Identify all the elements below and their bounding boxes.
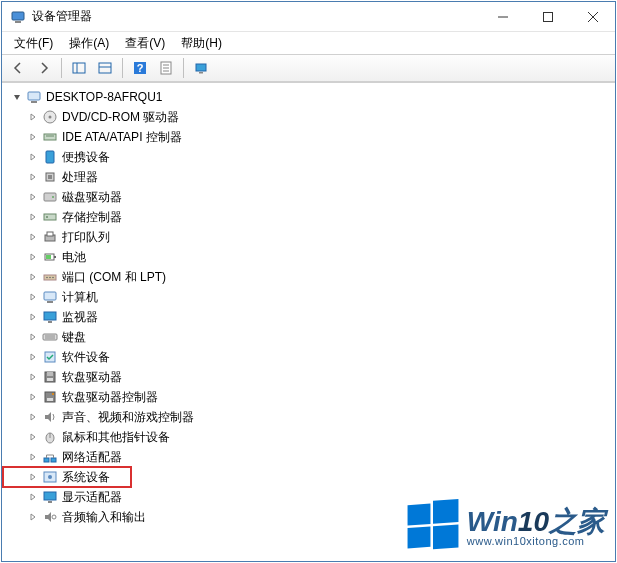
device-tree[interactable]: DESKTOP-8AFRQU1 DVD/CD-ROM 驱动器IDE ATA/AT… — [2, 82, 615, 561]
tree-category[interactable]: 便携设备 — [4, 147, 613, 167]
expand-icon[interactable] — [26, 350, 40, 364]
svg-rect-44 — [43, 334, 57, 340]
keyboard-icon — [42, 329, 58, 345]
category-label: 打印队列 — [62, 229, 110, 246]
svg-point-62 — [48, 475, 52, 479]
expand-icon[interactable] — [26, 270, 40, 284]
collapse-icon[interactable] — [10, 90, 24, 104]
floppy-ctrl-icon — [42, 389, 58, 405]
forward-button[interactable] — [32, 57, 56, 79]
expand-icon[interactable] — [26, 170, 40, 184]
expand-icon[interactable] — [26, 150, 40, 164]
tree-category[interactable]: 声音、视频和游戏控制器 — [4, 407, 613, 427]
maximize-button[interactable] — [525, 2, 570, 31]
svg-rect-22 — [44, 134, 56, 140]
expand-icon[interactable] — [26, 430, 40, 444]
show-hide-button[interactable] — [67, 57, 91, 79]
tree-category[interactable]: 监视器 — [4, 307, 613, 327]
category-label: 键盘 — [62, 329, 86, 346]
tree-category[interactable]: 软盘驱动器控制器 — [4, 387, 613, 407]
category-label: 计算机 — [62, 289, 98, 306]
expand-icon[interactable] — [26, 250, 40, 264]
expand-icon[interactable] — [26, 290, 40, 304]
menu-file[interactable]: 文件(F) — [6, 33, 61, 54]
category-label: 监视器 — [62, 309, 98, 326]
tree-category[interactable]: 鼠标和其他指针设备 — [4, 427, 613, 447]
expand-icon[interactable] — [26, 310, 40, 324]
expand-icon[interactable] — [26, 190, 40, 204]
expand-icon[interactable] — [26, 230, 40, 244]
toolbar-separator — [122, 58, 123, 78]
expand-icon[interactable] — [26, 330, 40, 344]
tree-root[interactable]: DESKTOP-8AFRQU1 — [4, 87, 613, 107]
device-manager-window: 设备管理器 文件(F) 操作(A) 查看(V) 帮助(H) — [1, 1, 616, 562]
tree-category[interactable]: 键盘 — [4, 327, 613, 347]
computer-icon — [26, 89, 42, 105]
system-icon — [42, 469, 58, 485]
expand-icon[interactable] — [26, 450, 40, 464]
tree-category[interactable]: 系统设备 — [4, 467, 613, 487]
tree-category[interactable]: 网络适配器 — [4, 447, 613, 467]
tree-category[interactable]: DVD/CD-ROM 驱动器 — [4, 107, 613, 127]
toolbar: ? — [2, 54, 615, 82]
tree-category[interactable]: 打印队列 — [4, 227, 613, 247]
help-button[interactable]: ? — [128, 57, 152, 79]
tree-category[interactable]: 端口 (COM 和 LPT) — [4, 267, 613, 287]
svg-rect-41 — [47, 301, 53, 303]
category-label: 软件设备 — [62, 349, 110, 366]
scan-hardware-button[interactable] — [189, 57, 213, 79]
port-icon — [42, 269, 58, 285]
svg-rect-63 — [44, 492, 56, 500]
monitor-icon — [42, 309, 58, 325]
tree-category[interactable]: 磁盘驱动器 — [4, 187, 613, 207]
storage-icon — [42, 209, 58, 225]
expand-icon[interactable] — [26, 390, 40, 404]
tree-category[interactable]: 软件设备 — [4, 347, 613, 367]
expand-icon[interactable] — [26, 110, 40, 124]
svg-point-28 — [52, 196, 54, 198]
app-icon — [10, 9, 26, 25]
expand-icon[interactable] — [26, 510, 40, 524]
expand-icon[interactable] — [26, 410, 40, 424]
menu-action[interactable]: 操作(A) — [61, 33, 117, 54]
svg-rect-27 — [44, 193, 56, 201]
close-button[interactable] — [570, 2, 615, 31]
svg-point-39 — [52, 277, 54, 279]
svg-rect-0 — [12, 12, 24, 20]
svg-rect-56 — [44, 458, 49, 462]
tree-category[interactable]: 音频输入和输出 — [4, 507, 613, 527]
menu-view[interactable]: 查看(V) — [117, 33, 173, 54]
category-label: 处理器 — [62, 169, 98, 186]
properties-button[interactable] — [154, 57, 178, 79]
back-button[interactable] — [6, 57, 30, 79]
tree-category[interactable]: 计算机 — [4, 287, 613, 307]
ide-icon — [42, 129, 58, 145]
expand-icon[interactable] — [26, 210, 40, 224]
category-label: 系统设备 — [62, 469, 110, 486]
category-label: 存储控制器 — [62, 209, 122, 226]
tree-category[interactable]: IDE ATA/ATAPI 控制器 — [4, 127, 613, 147]
tree-category[interactable]: 软盘驱动器 — [4, 367, 613, 387]
sound-icon — [42, 409, 58, 425]
show-hide-button-2[interactable] — [93, 57, 117, 79]
category-label: IDE ATA/ATAPI 控制器 — [62, 129, 182, 146]
menu-help[interactable]: 帮助(H) — [173, 33, 230, 54]
expand-icon[interactable] — [26, 490, 40, 504]
tree-category[interactable]: 存储控制器 — [4, 207, 613, 227]
computer-icon — [42, 289, 58, 305]
category-label: 软盘驱动器控制器 — [62, 389, 158, 406]
svg-rect-42 — [44, 312, 56, 320]
expand-icon[interactable] — [26, 370, 40, 384]
expand-icon[interactable] — [26, 470, 40, 484]
expand-icon[interactable] — [26, 130, 40, 144]
minimize-button[interactable] — [480, 2, 525, 31]
mouse-icon — [42, 429, 58, 445]
svg-rect-3 — [543, 12, 552, 21]
svg-rect-18 — [28, 92, 40, 100]
toolbar-separator — [61, 58, 62, 78]
svg-rect-6 — [73, 63, 85, 73]
tree-category[interactable]: 显示适配器 — [4, 487, 613, 507]
tree-category[interactable]: 电池 — [4, 247, 613, 267]
tree-category[interactable]: 处理器 — [4, 167, 613, 187]
cpu-icon — [42, 169, 58, 185]
